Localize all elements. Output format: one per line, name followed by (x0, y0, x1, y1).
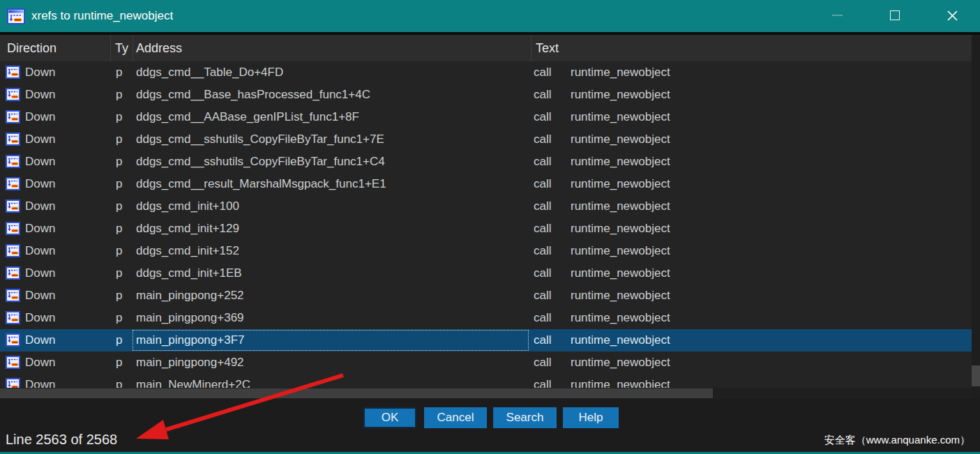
type-cell: p (116, 285, 122, 307)
status-line: Line 2563 of 2568 (6, 432, 117, 448)
xref-down-icon (6, 199, 20, 213)
direction-cell: Down (25, 61, 55, 84)
xref-down-icon (6, 266, 20, 280)
minimize-icon (832, 15, 843, 16)
text-op-cell: call (534, 151, 552, 173)
search-button[interactable]: Search (493, 407, 557, 428)
xref-row[interactable]: Down p main_NewMinerd+2C call runtime_ne… (0, 374, 972, 388)
close-icon (947, 10, 958, 22)
horizontal-scrollbar-thumb[interactable] (0, 388, 713, 398)
column-divider (133, 35, 133, 61)
xref-row[interactable]: Down p ddgs_cmd__Table_Do+4FD call runti… (0, 61, 972, 84)
text-op-cell: call (534, 307, 552, 329)
xrefs-table-body: Down p ddgs_cmd__Table_Do+4FD call runti… (0, 61, 972, 388)
xref-down-icon (6, 333, 20, 347)
type-cell: p (116, 84, 122, 106)
address-cell: ddgs_cmd__Base_hasProcessed_func1+4C (136, 84, 370, 106)
text-op-cell: call (534, 374, 552, 388)
vertical-scrollbar[interactable] (972, 35, 980, 399)
direction-cell: Down (25, 218, 55, 240)
help-button[interactable]: Help (563, 407, 619, 428)
column-header-direction[interactable]: Direction (7, 35, 56, 61)
xref-row[interactable]: Down p main_pingpong+3F7 call runtime_ne… (0, 329, 972, 351)
type-cell: p (116, 307, 122, 329)
xref-row[interactable]: Down p ddgs_cmd__AABase_genIPList_func1+… (0, 106, 972, 128)
type-cell: p (116, 195, 122, 218)
xref-row[interactable]: Down p ddgs_cmd__sshutils_CopyFileByTar_… (0, 151, 972, 173)
column-header-type[interactable]: Ty (115, 35, 128, 61)
titlebar[interactable]: xrefs to runtime_newobject (0, 0, 980, 32)
type-cell: p (116, 128, 122, 151)
text-target-cell: runtime_newobject (571, 84, 670, 106)
xref-row[interactable]: Down p ddgs_cmd_init+1EB call runtime_ne… (0, 262, 972, 285)
column-header-address[interactable]: Address (136, 35, 182, 61)
address-cell: ddgs_cmd_init+152 (136, 240, 239, 262)
ok-button[interactable]: OK (363, 407, 416, 428)
table-header: Direction Ty Address Text (0, 35, 972, 61)
xref-down-icon (6, 311, 20, 324)
xrefs-dialog: xrefs to runtime_newobject Direction Ty … (0, 0, 980, 454)
text-target-cell: runtime_newobject (571, 285, 670, 307)
direction-cell: Down (25, 285, 55, 307)
text-op-cell: call (534, 218, 552, 240)
address-cell: ddgs_cmd__result_MarshalMsgpack_func1+E1 (136, 173, 386, 195)
xref-row[interactable]: Down p ddgs_cmd_init+100 call runtime_ne… (0, 195, 972, 218)
xref-row[interactable]: Down p ddgs_cmd__sshutils_CopyFileByTar_… (0, 128, 972, 151)
direction-cell: Down (25, 173, 55, 195)
vertical-scrollbar-thumb[interactable] (972, 365, 980, 386)
type-cell: p (116, 240, 122, 262)
text-target-cell: runtime_newobject (571, 61, 670, 84)
text-target-cell: runtime_newobject (571, 374, 670, 388)
type-cell: p (116, 218, 122, 240)
text-target-cell: runtime_newobject (571, 307, 670, 329)
xref-down-icon (6, 222, 20, 235)
text-op-cell: call (534, 106, 552, 128)
xref-row[interactable]: Down p ddgs_cmd_init+129 call runtime_ne… (0, 218, 972, 240)
xref-row[interactable]: Down p main_pingpong+369 call runtime_ne… (0, 307, 972, 329)
text-target-cell: runtime_newobject (571, 151, 670, 173)
direction-cell: Down (25, 151, 55, 173)
type-cell: p (116, 173, 122, 195)
type-cell: p (116, 61, 122, 84)
xref-down-icon (6, 88, 20, 101)
direction-cell: Down (25, 307, 55, 329)
cancel-button[interactable]: Cancel (424, 407, 487, 428)
xref-dialog-icon (7, 8, 25, 24)
address-cell: ddgs_cmd__sshutils_CopyFileByTar_func1+C… (136, 151, 385, 173)
address-cell: ddgs_cmd_init+1EB (136, 262, 242, 285)
text-op-cell: call (534, 240, 552, 262)
column-header-text[interactable]: Text (536, 35, 559, 61)
type-cell: p (116, 351, 122, 374)
xref-row[interactable]: Down p main_pingpong+492 call runtime_ne… (0, 351, 972, 374)
xref-row[interactable]: Down p main_pingpong+252 call runtime_ne… (0, 285, 972, 307)
text-target-cell: runtime_newobject (571, 329, 670, 351)
xref-row[interactable]: Down p ddgs_cmd__Base_hasProcessed_func1… (0, 84, 972, 106)
type-cell: p (116, 106, 122, 128)
xref-row[interactable]: Down p ddgs_cmd_init+152 call runtime_ne… (0, 240, 972, 262)
column-divider (110, 35, 111, 61)
xref-down-icon (6, 177, 20, 190)
xref-down-icon (6, 244, 20, 257)
text-target-cell: runtime_newobject (571, 128, 670, 151)
xref-down-icon (6, 155, 20, 168)
direction-cell: Down (25, 128, 55, 151)
type-cell: p (116, 374, 122, 388)
text-op-cell: call (534, 195, 552, 218)
xref-down-icon (6, 356, 20, 369)
window-title: xrefs to runtime_newobject (31, 9, 173, 23)
address-cell: main_NewMinerd+2C (136, 374, 250, 388)
close-button[interactable] (935, 0, 970, 31)
text-op-cell: call (534, 285, 552, 307)
xref-down-icon (6, 289, 20, 302)
address-cell: ddgs_cmd_init+129 (136, 218, 239, 240)
horizontal-scrollbar[interactable] (0, 388, 972, 399)
text-op-cell: call (534, 61, 552, 84)
xref-down-icon (6, 133, 20, 146)
xref-row[interactable]: Down p ddgs_cmd__result_MarshalMsgpack_f… (0, 173, 972, 195)
type-cell: p (116, 329, 122, 351)
direction-cell: Down (25, 84, 55, 106)
minimize-button[interactable] (820, 0, 854, 31)
text-target-cell: runtime_newobject (571, 240, 670, 262)
maximize-button[interactable] (877, 0, 912, 31)
text-target-cell: runtime_newobject (571, 262, 670, 285)
